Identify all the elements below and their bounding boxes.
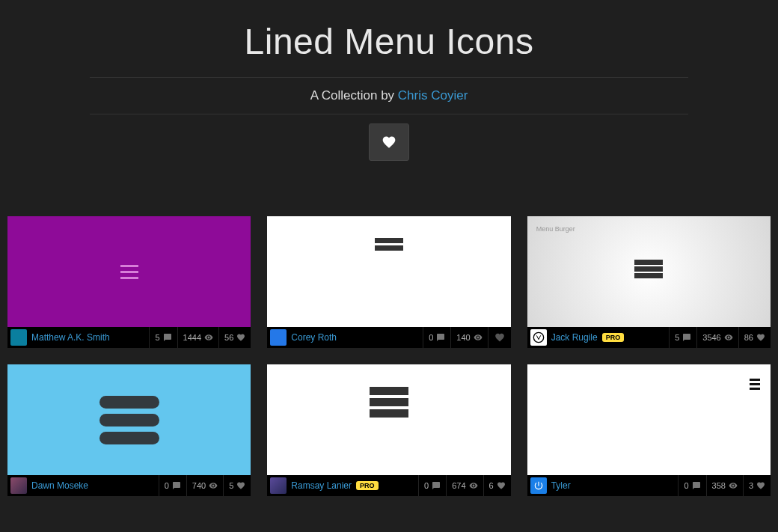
hamburger-icon: [750, 376, 760, 392]
loves-stat[interactable]: 86: [738, 327, 771, 348]
pen-card: Dawn Moseke 0 740 5: [7, 364, 251, 496]
author-link[interactable]: Chris Coyier: [398, 88, 468, 103]
loves-stat[interactable]: 3: [743, 475, 771, 496]
eye-icon: [204, 333, 213, 342]
comment-icon: [692, 481, 701, 490]
loves-stat[interactable]: 56: [218, 327, 251, 348]
avatar[interactable]: [10, 477, 27, 494]
pen-preview[interactable]: [7, 216, 251, 327]
heart-icon: [381, 135, 397, 150]
divider: [90, 114, 688, 114]
pen-preview[interactable]: [527, 364, 771, 475]
hamburger-icon: [99, 391, 159, 450]
heart-icon: [236, 333, 245, 342]
pen-meta: Matthew A.K. Smith 5 1444 56: [7, 327, 251, 348]
comment-icon: [163, 333, 172, 342]
power-icon: [533, 480, 544, 491]
hamburger-icon: [634, 258, 663, 280]
avatar[interactable]: [530, 477, 547, 494]
heart-icon: [497, 481, 506, 490]
love-collection-button[interactable]: [369, 123, 409, 161]
comments-stat[interactable]: 5: [149, 327, 177, 348]
eye-icon: [724, 333, 733, 342]
avatar[interactable]: [530, 329, 547, 346]
loves-stat[interactable]: 5: [223, 475, 251, 496]
eye-icon: [729, 481, 738, 490]
comments-stat[interactable]: 0: [678, 475, 705, 496]
pen-preview[interactable]: [267, 364, 510, 475]
comment-icon: [436, 333, 445, 342]
pen-author-link[interactable]: Matthew A.K. Smith: [31, 332, 110, 343]
pen-author-link[interactable]: Dawn Moseke: [31, 480, 88, 491]
pen-author-link[interactable]: Jack Rugile: [551, 332, 598, 343]
comments-stat[interactable]: 0: [418, 475, 446, 496]
pro-badge: PRO: [356, 481, 379, 490]
loves-stat[interactable]: 6: [483, 475, 511, 496]
pen-preview[interactable]: Menu Burger: [527, 216, 771, 327]
comment-icon: [682, 333, 691, 342]
heart-icon: [494, 332, 505, 343]
collection-title: Lined Menu Icons: [0, 21, 778, 77]
love-button[interactable]: [488, 327, 511, 348]
pen-card: Ramsay Lanier PRO 0 674 6: [267, 364, 510, 496]
logo-icon: [533, 331, 545, 343]
comment-icon: [172, 481, 181, 490]
pen-author-link[interactable]: Ramsay Lanier: [291, 480, 352, 491]
preview-label: Menu Burger: [536, 225, 575, 233]
subtitle-prefix: A Collection by: [310, 88, 398, 103]
heart-icon: [756, 333, 765, 342]
heart-icon: [756, 481, 765, 490]
eye-icon: [474, 333, 483, 342]
comments-stat[interactable]: 0: [159, 475, 186, 496]
pen-meta: Dawn Moseke 0 740 5: [7, 475, 251, 496]
views-stat[interactable]: 3546: [696, 327, 738, 348]
avatar[interactable]: [10, 329, 27, 346]
pen-meta: Tyler 0 358 3: [527, 475, 771, 496]
views-stat[interactable]: 674: [446, 475, 483, 496]
comment-icon: [432, 481, 441, 490]
hamburger-icon: [370, 384, 408, 475]
avatar[interactable]: [270, 477, 287, 494]
avatar[interactable]: [270, 329, 287, 346]
eye-icon: [469, 481, 478, 490]
pen-author-link[interactable]: Corey Roth: [291, 332, 337, 343]
svg-point-0: [533, 332, 543, 342]
pen-meta: Jack Rugile PRO 5 3546 86: [527, 327, 771, 348]
views-stat[interactable]: 140: [450, 327, 487, 348]
views-stat[interactable]: 1444: [177, 327, 218, 348]
comments-stat[interactable]: 0: [423, 327, 450, 348]
views-stat[interactable]: 358: [706, 475, 743, 496]
pen-card: Tyler 0 358 3: [527, 364, 771, 496]
comments-stat[interactable]: 5: [669, 327, 696, 348]
hamburger-icon: [120, 261, 138, 283]
pen-card: Menu Burger Jack Rugile PRO 5 3546 86: [527, 216, 771, 348]
collection-header: Lined Menu Icons A Collection by Chris C…: [0, 0, 778, 170]
pen-meta: Ramsay Lanier PRO 0 674 6: [267, 475, 510, 496]
pens-grid: Matthew A.K. Smith 5 1444 56 Corey Roth …: [0, 170, 778, 519]
views-stat[interactable]: 740: [186, 475, 223, 496]
pen-preview[interactable]: [267, 216, 510, 327]
pen-author-link[interactable]: Tyler: [551, 480, 571, 491]
pen-card: Corey Roth 0 140: [267, 216, 510, 348]
pen-meta: Corey Roth 0 140: [267, 327, 510, 348]
collection-subtitle: A Collection by Chris Coyier: [0, 78, 778, 114]
pen-preview[interactable]: [7, 364, 251, 475]
heart-icon: [236, 481, 245, 490]
pen-card: Matthew A.K. Smith 5 1444 56: [7, 216, 251, 348]
eye-icon: [209, 481, 218, 490]
pro-badge: PRO: [602, 333, 625, 342]
hamburger-icon: [375, 236, 403, 327]
